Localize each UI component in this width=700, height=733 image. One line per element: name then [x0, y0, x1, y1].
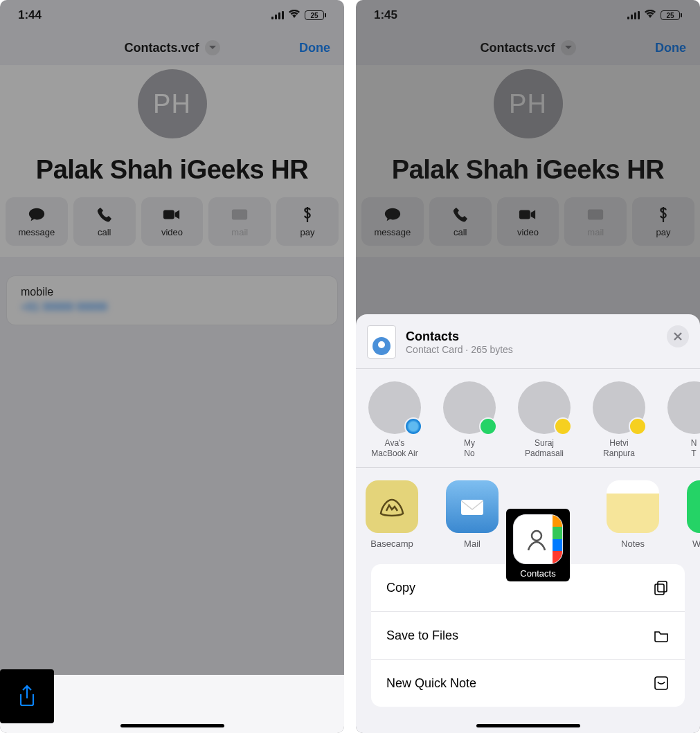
svg-rect-0 — [163, 210, 174, 219]
share-app-basecamp[interactable]: Basecamp — [361, 480, 422, 549]
battery-icon: 25 — [661, 10, 682, 20]
action-label: Save to Files — [386, 628, 458, 643]
whatsapp-icon — [687, 480, 700, 533]
nav-title-text: Contacts.vcf — [480, 41, 555, 55]
pay-label: pay — [300, 227, 315, 237]
dollar-icon — [654, 206, 672, 223]
share-icon — [17, 685, 37, 708]
avatar — [518, 381, 571, 434]
contact-avatar: PH — [138, 69, 207, 138]
nav-title[interactable]: Contacts.vcf — [480, 40, 575, 55]
message-button[interactable]: message — [361, 197, 424, 246]
call-button[interactable]: call — [73, 197, 136, 246]
folder-icon — [653, 627, 670, 644]
right-screenshot: 1:45 25 Contacts.vcf Done PH Palak Shah … — [356, 0, 700, 733]
message-label: message — [19, 227, 55, 237]
person-name: Suraj — [535, 438, 554, 448]
app-label: Mail — [464, 539, 481, 549]
svg-rect-8 — [655, 677, 667, 689]
message-label: message — [375, 227, 411, 237]
contact-actions: message call video mail pay — [356, 197, 700, 257]
share-person[interactable]: MyNo — [442, 381, 497, 459]
app-label: Notes — [621, 539, 645, 549]
share-person[interactable]: SurajPadmasali — [517, 381, 572, 459]
video-button[interactable]: video — [497, 197, 559, 246]
nav-bar: Contacts.vcf Done — [356, 30, 700, 65]
status-bar: 1:44 25 — [0, 0, 344, 30]
new-quick-note-action[interactable]: New Quick Note — [371, 660, 685, 707]
message-icon — [384, 206, 402, 223]
app-badge-icon — [629, 417, 647, 435]
share-person[interactable]: Ava'sMacBook Air — [367, 381, 422, 459]
close-icon — [674, 332, 682, 341]
person-name: N — [691, 438, 697, 448]
share-person[interactable]: NT — [666, 381, 700, 459]
chevron-down-icon — [561, 40, 576, 55]
cellular-icon — [627, 11, 640, 19]
share-app-mail[interactable]: Mail — [442, 480, 503, 549]
svg-rect-2 — [519, 210, 530, 219]
video-icon — [519, 206, 537, 223]
done-button[interactable]: Done — [299, 41, 330, 55]
avatar — [667, 381, 700, 434]
notes-icon — [607, 480, 659, 533]
done-button[interactable]: Done — [655, 41, 686, 55]
share-app-notes[interactable]: Notes — [602, 480, 663, 549]
video-label: video — [161, 227, 183, 237]
share-sheet-subtitle: Contact Card · 265 bytes — [406, 344, 513, 355]
avatar — [443, 381, 496, 434]
svg-rect-6 — [658, 581, 667, 592]
mail-icon — [231, 206, 249, 223]
svg-rect-7 — [655, 584, 664, 595]
basecamp-icon — [366, 480, 418, 533]
share-app-whatsapp[interactable]: WhatsApp — [683, 480, 700, 549]
pay-button[interactable]: pay — [632, 197, 694, 246]
close-button[interactable] — [667, 325, 689, 347]
save-to-files-action[interactable]: Save to Files — [371, 612, 685, 660]
person-name: Hetvi — [609, 438, 628, 448]
phone-icon — [451, 206, 469, 223]
avatar — [593, 381, 645, 434]
app-label: Basecamp — [370, 539, 413, 549]
share-actions-list: Copy Save to Files New Quick Note — [371, 564, 685, 707]
contact-name: Palak Shah iGeeks HR — [356, 138, 700, 197]
home-indicator — [476, 724, 580, 727]
whatsapp-badge-icon — [479, 417, 497, 435]
call-label: call — [98, 227, 111, 237]
svg-rect-1 — [232, 209, 247, 219]
share-person[interactable]: HetviRanpura — [591, 381, 647, 459]
copy-icon — [653, 579, 670, 596]
person-name: My — [464, 438, 475, 448]
wifi-icon — [288, 8, 300, 22]
share-button[interactable] — [0, 669, 54, 723]
battery-icon: 25 — [305, 10, 326, 20]
airdrop-badge-icon — [404, 417, 422, 435]
mail-icon — [586, 206, 604, 223]
screenshot-gap — [344, 0, 356, 733]
wifi-icon — [644, 8, 656, 22]
call-button[interactable]: call — [429, 197, 492, 246]
message-button[interactable]: message — [6, 197, 68, 246]
avatar — [368, 381, 421, 434]
quicknote-icon — [653, 675, 670, 691]
mail-app-icon — [446, 480, 499, 533]
share-app-contacts[interactable]: Contacts — [506, 509, 570, 581]
svg-rect-4 — [461, 500, 483, 515]
document-thumbnail — [367, 325, 396, 359]
app-badge-icon — [554, 417, 572, 435]
chevron-down-icon — [205, 40, 220, 55]
call-label: call — [454, 227, 467, 237]
contact-avatar: PH — [494, 69, 563, 138]
app-label: Contacts — [520, 568, 555, 579]
video-button[interactable]: video — [141, 197, 204, 246]
contact-actions: message call video mail pay — [0, 197, 344, 257]
action-label: Copy — [386, 581, 415, 595]
nav-title[interactable]: Contacts.vcf — [124, 40, 219, 55]
mail-button: mail — [564, 197, 627, 246]
svg-rect-3 — [588, 209, 603, 219]
airdrop-people-row: Ava'sMacBook Air MyNo SurajPadmasali Het… — [356, 369, 700, 467]
pay-button[interactable]: pay — [276, 197, 339, 246]
status-time: 1:45 — [374, 8, 397, 22]
phone-field[interactable]: mobile +91 99999 99999 — [7, 276, 337, 325]
person-name: Ava's — [385, 438, 405, 448]
